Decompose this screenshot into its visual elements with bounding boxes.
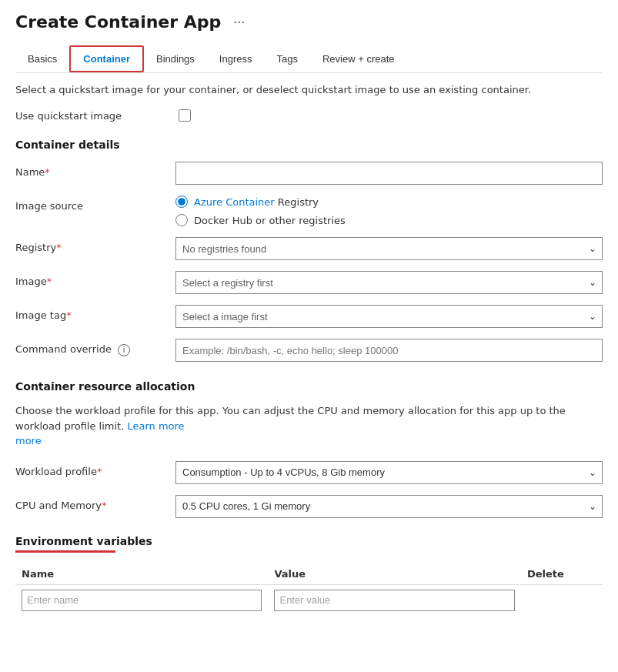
name-label: Name*: [15, 162, 169, 178]
allocation-description: Choose the workload profile for this app…: [15, 403, 603, 449]
registry-label: Registry*: [15, 237, 169, 253]
resource-allocation-section: Container resource allocation: [15, 380, 603, 393]
env-variables-header: Environment variables: [15, 535, 603, 547]
cpu-memory-label: CPU and Memory*: [15, 495, 169, 511]
radio-acr[interactable]: Azure Container Registry: [175, 196, 603, 208]
page-title: Create Container App: [15, 12, 221, 32]
container-details-header: Container details: [15, 139, 603, 151]
env-col-value: Value: [268, 563, 520, 585]
image-source-radio-group: Azure Container Registry Docker Hub or o…: [175, 196, 603, 226]
tab-container[interactable]: Container: [69, 45, 144, 72]
cpu-memory-dropdown-wrapper: 0.5 CPU cores, 1 Gi memory ⌄: [175, 495, 603, 518]
image-source-row: Image source Azure Container Registry Do…: [15, 196, 603, 226]
image-select[interactable]: Select a registry first: [175, 271, 603, 294]
tab-ingress[interactable]: Ingress: [207, 45, 265, 72]
radio-docker-input[interactable]: [175, 214, 188, 226]
env-table: Name Value Delete: [15, 563, 603, 616]
container-details-section: Container details: [15, 139, 603, 151]
command-override-row: Command override i: [15, 339, 603, 362]
registry-dropdown-wrapper: No registries found ⌄: [175, 237, 603, 260]
env-underline: [15, 550, 115, 553]
image-row: Image* Select a registry first ⌄: [15, 271, 603, 294]
command-override-info-icon[interactable]: i: [118, 344, 130, 356]
env-col-name: Name: [15, 563, 268, 585]
table-row: [15, 584, 603, 616]
env-name-cell: [15, 584, 268, 616]
description-text: Select a quickstart image for your conta…: [15, 84, 603, 95]
env-value-cell: [268, 584, 520, 616]
quickstart-checkbox[interactable]: [179, 109, 191, 122]
command-override-input[interactable]: [175, 339, 603, 362]
workload-profile-dropdown-wrapper: Consumption - Up to 4 vCPUs, 8 Gib memor…: [175, 461, 603, 484]
command-override-label: Command override i: [15, 339, 169, 356]
registry-row: Registry* No registries found ⌄: [15, 237, 603, 260]
radio-acr-input[interactable]: [175, 196, 188, 208]
radio-docker-label: Docker Hub or other registries: [194, 215, 346, 226]
image-source-label: Image source: [15, 196, 169, 212]
env-value-input[interactable]: [274, 590, 514, 611]
tabs-nav: Basics Container Bindings Ingress Tags R…: [15, 45, 603, 73]
learn-more-link-2[interactable]: more: [15, 435, 42, 446]
radio-acr-label: Azure Container Registry: [194, 196, 319, 208]
tab-tags[interactable]: Tags: [264, 45, 309, 72]
image-tag-row: Image tag* Select a image first ⌄: [15, 305, 603, 328]
registry-select[interactable]: No registries found: [175, 237, 603, 260]
image-label: Image*: [15, 271, 169, 287]
quickstart-label: Use quickstart image: [15, 110, 169, 122]
cpu-memory-row: CPU and Memory* 0.5 CPU cores, 1 Gi memo…: [15, 495, 603, 518]
quickstart-row: Use quickstart image: [15, 109, 603, 122]
name-input[interactable]: [175, 162, 603, 185]
env-name-input[interactable]: [22, 590, 262, 611]
image-dropdown-wrapper: Select a registry first ⌄: [175, 271, 603, 294]
workload-profile-row: Workload profile* Consumption - Up to 4 …: [15, 461, 603, 484]
learn-more-link[interactable]: Learn more: [127, 420, 184, 432]
env-table-header-row: Name Value Delete: [15, 563, 603, 585]
env-variables-section: Environment variables: [15, 535, 603, 553]
workload-profile-select[interactable]: Consumption - Up to 4 vCPUs, 8 Gib memor…: [175, 461, 603, 484]
env-col-delete: Delete: [521, 563, 603, 585]
name-row: Name*: [15, 162, 603, 185]
tab-review-create[interactable]: Review + create: [310, 45, 407, 72]
cpu-memory-select[interactable]: 0.5 CPU cores, 1 Gi memory: [175, 495, 603, 518]
tab-bindings[interactable]: Bindings: [144, 45, 207, 72]
radio-docker[interactable]: Docker Hub or other registries: [175, 214, 603, 226]
image-tag-dropdown-wrapper: Select a image first ⌄: [175, 305, 603, 328]
tab-basics[interactable]: Basics: [15, 45, 69, 72]
ellipsis-button[interactable]: ···: [229, 12, 249, 32]
workload-profile-label: Workload profile*: [15, 461, 169, 477]
env-delete-cell: [521, 584, 603, 616]
image-tag-select[interactable]: Select a image first: [175, 305, 603, 328]
image-tag-label: Image tag*: [15, 305, 169, 321]
resource-allocation-header: Container resource allocation: [15, 380, 603, 393]
page-title-row: Create Container App ···: [15, 12, 603, 32]
